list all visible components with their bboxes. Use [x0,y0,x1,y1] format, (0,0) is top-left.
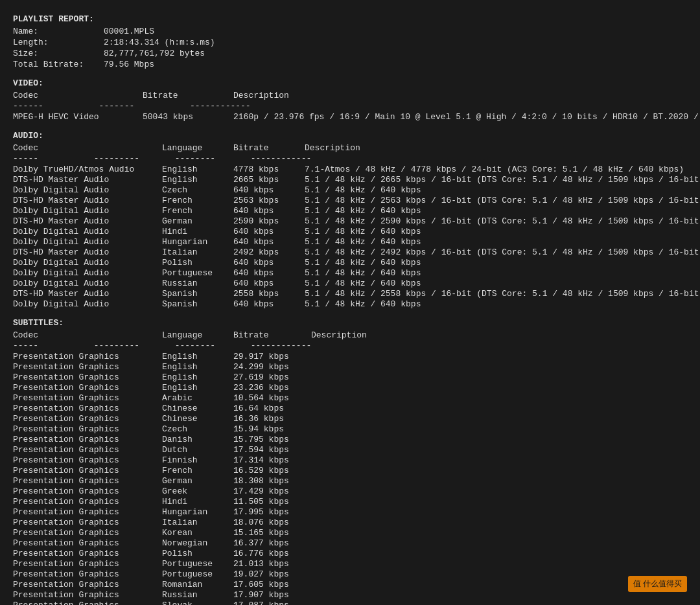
sub-bitrate: 18.308 kbps [233,476,311,486]
audio-bitrate: 640 kbps [233,237,305,247]
sub-bitrate: 27.619 kbps [233,372,311,382]
video-row: MPEG-H HEVC Video50043 kbps2160p / 23.97… [13,112,687,122]
audio-lang: French [162,206,233,216]
audio-bitrate: 640 kbps [233,227,305,236]
sub-lang: Greek [162,486,233,496]
audio-lang: Spanish [162,289,233,299]
sub-codec: Presentation Graphics [13,486,162,496]
audio-bitrate: 640 kbps [233,185,305,195]
sub-bitrate: 16.529 kbps [233,466,311,475]
sub-lang: Arabic [162,393,233,403]
sub-codec: Presentation Graphics [13,600,162,605]
sub-codec: Presentation Graphics [13,424,162,434]
sub-codec: Presentation Graphics [13,518,162,527]
size-value: 82,777,761,792 bytes [104,49,205,58]
sub-bitrate: 16.36 kbps [233,414,311,424]
audio-bitrate: 2558 kbps [233,289,305,299]
subtitle-row: Presentation GraphicsHungarian17.995 kbp… [13,507,687,517]
audio-row: Dolby Digital AudioRussian640 kbps5.1 / … [13,279,687,288]
audio-desc: 5.1 / 48 kHz / 2590 kbps / 16-bit (DTS C… [305,216,700,226]
sub-codec: Presentation Graphics [13,580,162,589]
sub-codec: Presentation Graphics [13,569,162,579]
sub-bitrate: 17.605 kbps [233,580,311,589]
sub-codec: Presentation Graphics [13,352,162,361]
sub-lang: English [162,383,233,393]
subtitle-row: Presentation GraphicsChinese16.64 kbps [13,404,687,413]
audio-desc: 5.1 / 48 kHz / 640 kbps [305,185,421,195]
sub-col-bitrate: Bitrate [233,330,311,340]
sub-lang: Chinese [162,414,233,424]
sub-codec: Presentation Graphics [13,466,162,475]
audio-lang: French [162,196,233,205]
audio-divider: ----- --------- -------- ------------ [13,154,311,163]
sub-bitrate: 21.013 kbps [233,559,311,569]
audio-bitrate: 2492 kbps [233,247,305,257]
sub-codec: Presentation Graphics [13,455,162,465]
subtitle-row: Presentation GraphicsChinese16.36 kbps [13,414,687,424]
sub-bitrate: 15.94 kbps [233,424,311,434]
length-value: 2:18:43.314 (h:m:s.ms) [104,38,215,47]
audio-bitrate: 640 kbps [233,206,305,216]
subtitle-row: Presentation GraphicsEnglish24.299 kbps [13,362,687,372]
audio-desc: 5.1 / 48 kHz / 640 kbps [305,206,421,216]
audio-desc: 5.1 / 48 kHz / 640 kbps [305,279,421,288]
subtitle-row: Presentation GraphicsEnglish27.619 kbps [13,372,687,382]
watermark: 值 什么值得买 [628,576,687,592]
subtitle-row: Presentation GraphicsPolish16.776 kbps [13,549,687,558]
audio-row: DTS-HD Master AudioFrench2563 kbps5.1 / … [13,196,687,205]
total-bitrate-label: Total Bitrate: [13,60,104,69]
subtitle-row: Presentation GraphicsItalian18.076 kbps [13,518,687,527]
subtitle-row: Presentation GraphicsRussian17.907 kbps [13,590,687,600]
audio-row: Dolby Digital AudioFrench640 kbps5.1 / 4… [13,206,687,216]
video-col-description: Description [233,91,289,100]
sub-codec: Presentation Graphics [13,497,162,507]
audio-row: DTS-HD Master AudioGerman2590 kbps5.1 / … [13,216,687,226]
audio-bitrate: 2590 kbps [233,216,305,226]
audio-row: Dolby Digital AudioPolish640 kbps5.1 / 4… [13,258,687,268]
audio-codec: Dolby Digital Audio [13,268,162,278]
audio-codec: Dolby Digital Audio [13,206,162,216]
audio-bitrate: 4778 kbps [233,165,305,174]
name-label: Name: [13,27,104,36]
audio-col-language: Language [162,143,233,153]
sub-codec: Presentation Graphics [13,507,162,517]
audio-lang: Hungarian [162,237,233,247]
sub-codec: Presentation Graphics [13,445,162,455]
audio-desc: 5.1 / 48 kHz / 640 kbps [305,227,421,236]
sub-codec: Presentation Graphics [13,590,162,600]
sub-lang: Portuguese [162,569,233,579]
audio-desc: 5.1 / 48 kHz / 640 kbps [305,237,421,247]
sub-bitrate: 17.907 kbps [233,590,311,600]
audio-col-bitrate: Bitrate [233,143,305,153]
sub-bitrate: 17.429 kbps [233,486,311,496]
audio-desc: 5.1 / 48 kHz / 640 kbps [305,258,421,268]
audio-codec: Dolby Digital Audio [13,227,162,236]
subtitle-row: Presentation GraphicsFrench16.529 kbps [13,466,687,475]
sub-lang: Czech [162,424,233,434]
video-codec: MPEG-H HEVC Video [13,112,143,122]
sub-bitrate: 23.236 kbps [233,383,311,393]
sub-lang: Russian [162,590,233,600]
sub-lang: English [162,362,233,372]
audio-row: Dolby TrueHD/Atmos AudioEnglish4778 kbps… [13,165,687,174]
watermark-icon: 值 [633,579,641,588]
sub-lang: English [162,372,233,382]
subtitle-row: Presentation GraphicsNorwegian16.377 kbp… [13,538,687,548]
sub-lang: Hindi [162,497,233,507]
audio-bitrate: 2665 kbps [233,175,305,185]
audio-section-title: AUDIO: [13,131,687,141]
sub-bitrate: 16.776 kbps [233,549,311,558]
sub-codec: Presentation Graphics [13,393,162,403]
audio-row: Dolby Digital AudioCzech640 kbps5.1 / 48… [13,185,687,195]
audio-desc: 7.1-Atmos / 48 kHz / 4778 kbps / 24-bit … [305,165,684,174]
sub-bitrate: 17.995 kbps [233,507,311,517]
sub-lang: Norwegian [162,538,233,548]
total-bitrate-value: 79.56 Mbps [104,60,154,69]
audio-lang: English [162,175,233,185]
audio-bitrate: 640 kbps [233,299,305,309]
subtitle-row: Presentation GraphicsGerman18.308 kbps [13,476,687,486]
audio-desc: 5.1 / 48 kHz / 640 kbps [305,268,421,278]
sub-codec: Presentation Graphics [13,549,162,558]
subtitle-row: Presentation GraphicsEnglish23.236 kbps [13,383,687,393]
audio-desc: 5.1 / 48 kHz / 2563 kbps / 16-bit (DTS C… [305,196,700,205]
